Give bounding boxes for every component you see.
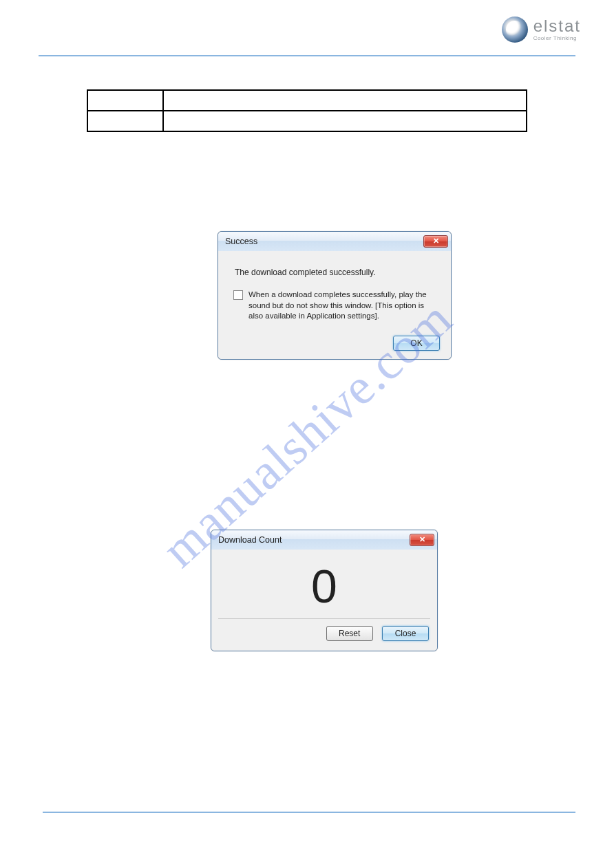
dialog-title-text: Success (225, 237, 257, 246)
suppress-window-checkbox[interactable] (233, 290, 243, 300)
reset-button[interactable]: Reset (326, 626, 373, 641)
logo-tagline: Cooler Thinking (533, 36, 581, 41)
close-icon[interactable]: ✕ (410, 534, 434, 546)
close-button[interactable]: Close (382, 626, 429, 641)
dialog-titlebar[interactable]: Success ✕ (218, 232, 451, 251)
content-table (87, 89, 527, 132)
ok-button[interactable]: OK (393, 336, 440, 351)
table-row (87, 90, 527, 111)
close-icon[interactable]: ✕ (423, 235, 448, 248)
logo-icon (502, 17, 528, 43)
table-row (87, 111, 527, 131)
table-cell (87, 111, 163, 131)
footer-divider (43, 812, 575, 813)
download-count-value: 0 (211, 550, 437, 616)
dialog-title-text: Download Count (218, 535, 282, 545)
table-cell (163, 90, 527, 111)
dialog-titlebar[interactable]: Download Count ✕ (211, 530, 437, 550)
success-dialog: Success ✕ The download completed success… (218, 231, 452, 360)
table-cell (163, 111, 527, 131)
checkbox-label: When a download completes successfully, … (248, 290, 440, 322)
header-divider (39, 55, 575, 56)
success-message: The download completed successfully. (235, 268, 440, 277)
brand-logo: elstat Cooler Thinking (502, 17, 581, 43)
logo-name: elstat (533, 18, 581, 34)
table-cell (87, 90, 163, 111)
download-count-dialog: Download Count ✕ 0 Reset Close (211, 530, 438, 651)
